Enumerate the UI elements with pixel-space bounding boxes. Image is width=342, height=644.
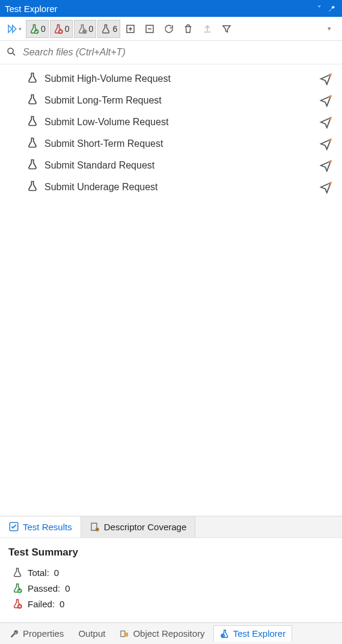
- panel-tab-object-repository[interactable]: Object Repository: [114, 626, 210, 641]
- summary-passed-value: 0: [65, 583, 70, 593]
- run-test-button[interactable]: [319, 181, 334, 194]
- test-item[interactable]: Submit Low-Volume Request: [0, 111, 342, 133]
- flask-icon: [26, 137, 38, 151]
- panel-tabs: Properties Output Object Repository Test…: [0, 622, 342, 644]
- summary-failed-value: 0: [60, 599, 64, 609]
- panel-tab-label: Test Explorer: [233, 628, 286, 639]
- summary-failed-row: Failed: 0: [8, 596, 334, 611]
- refresh-button[interactable]: [160, 20, 178, 38]
- run-test-button[interactable]: [319, 137, 334, 150]
- filter-notrun-button[interactable]: 0: [74, 20, 97, 38]
- run-test-button[interactable]: [319, 159, 334, 172]
- test-item[interactable]: Submit Short-Term Request: [0, 133, 342, 155]
- test-name: Submit Low-Volume Request: [44, 117, 313, 128]
- tab-descriptor-coverage[interactable]: Descriptor Coverage: [81, 516, 196, 537]
- summary-total-value: 0: [54, 568, 59, 578]
- delete-button[interactable]: [179, 20, 197, 38]
- run-test-button[interactable]: [319, 94, 334, 107]
- flask-icon: [26, 72, 38, 86]
- flask-icon: [26, 115, 38, 129]
- summary-failed-label: Failed:: [28, 599, 55, 609]
- test-name: Submit Short-Term Request: [44, 138, 313, 149]
- test-item[interactable]: Submit Long-Term Request: [0, 90, 342, 111]
- collapse-all-button[interactable]: [141, 20, 159, 38]
- search-row: [0, 41, 342, 64]
- more-button[interactable]: ▾: [320, 20, 338, 38]
- test-summary: Test Summary Total: 0 Passed: 0 Failed: …: [0, 537, 342, 622]
- tab-label: Descriptor Coverage: [104, 522, 187, 532]
- test-name: Submit High-Volume Request: [44, 73, 313, 84]
- expand-all-button[interactable]: [121, 20, 139, 38]
- tab-label: Test Results: [23, 522, 72, 532]
- panel-title: Test Explorer: [5, 4, 58, 14]
- panel-tab-label: Object Repository: [133, 628, 204, 639]
- test-name: Submit Standard Request: [44, 160, 313, 171]
- test-item[interactable]: Submit Standard Request: [0, 155, 342, 176]
- dropdown-icon[interactable]: ˅: [313, 4, 325, 13]
- search-icon: [6, 46, 17, 59]
- notrun-count: 0: [89, 24, 94, 34]
- pin-icon[interactable]: 📍︎: [325, 4, 337, 13]
- flask-icon: [26, 158, 38, 173]
- test-item[interactable]: Submit High-Volume Request: [0, 68, 342, 90]
- test-list: Submit High-Volume Request Submit Long-T…: [0, 64, 342, 516]
- filter-all-button[interactable]: 6: [97, 20, 120, 38]
- filter-button[interactable]: [218, 20, 236, 38]
- summary-passed-label: Passed:: [28, 583, 60, 593]
- panel-tab-properties[interactable]: Properties: [4, 626, 70, 641]
- test-name: Submit Underage Request: [44, 182, 313, 193]
- total-count: 6: [112, 24, 117, 34]
- panel-tab-test-explorer[interactable]: Test Explorer: [213, 625, 293, 642]
- run-all-button[interactable]: ▾: [4, 20, 25, 38]
- test-item[interactable]: Submit Underage Request: [0, 176, 342, 198]
- run-test-button[interactable]: [319, 116, 334, 129]
- tab-test-results[interactable]: Test Results: [0, 516, 81, 537]
- panel-tab-label: Output: [78, 628, 105, 639]
- flask-icon: [26, 180, 38, 194]
- panel-tab-label: Properties: [23, 628, 64, 639]
- filter-failed-button[interactable]: 0: [50, 20, 73, 38]
- flask-icon: [26, 93, 38, 108]
- summary-heading: Test Summary: [8, 546, 334, 559]
- export-button[interactable]: [198, 20, 216, 38]
- test-name: Submit Long-Term Request: [44, 95, 313, 106]
- filter-passed-button[interactable]: 0: [26, 20, 49, 38]
- search-input[interactable]: [22, 45, 336, 60]
- summary-total-row: Total: 0: [8, 565, 334, 580]
- result-tabs: Test Results Descriptor Coverage: [0, 516, 342, 537]
- panel-tab-output[interactable]: Output: [72, 626, 111, 641]
- summary-passed-row: Passed: 0: [8, 580, 334, 596]
- summary-total-label: Total:: [28, 568, 49, 578]
- passed-count: 0: [41, 24, 46, 34]
- toolbar: ▾ 0 0 0 6 ▾: [0, 17, 342, 41]
- failed-count: 0: [65, 24, 70, 34]
- run-test-button[interactable]: [319, 72, 334, 85]
- title-bar: Test Explorer ˅ 📍︎: [0, 0, 342, 17]
